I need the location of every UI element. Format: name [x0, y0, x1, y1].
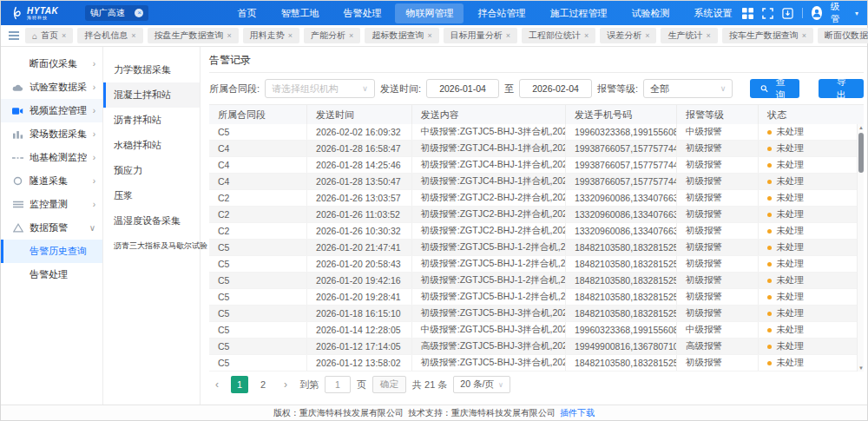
apps-grid-icon[interactable] — [742, 7, 753, 19]
sidebar-item-tunnel-collect[interactable]: 隧道采集 › — [1, 169, 102, 193]
table-row[interactable]: C5 2026-01-18 16:15:10 初级报警:ZGTJC5-BHJ-3… — [209, 306, 864, 322]
submenu-item[interactable]: 预应力 ∨ — [103, 158, 200, 183]
scroll-down-icon[interactable]: ▼ — [858, 365, 865, 372]
table-row[interactable]: C5 2026-01-12 13:58:02 初级报警:ZGTJC5-BHJ-3… — [209, 355, 864, 372]
table-row[interactable]: C5 2026-01-20 20:58:43 初级报警:ZGTJC5-BHJ-1… — [209, 256, 864, 273]
fullscreen-icon[interactable] — [762, 7, 773, 19]
table-row[interactable]: C5 2026-01-20 19:42:16 初级报警:ZGTJC5-BHJ-1… — [209, 273, 864, 289]
table-row[interactable]: C4 2026-01-28 16:58:47 初级报警:ZGTJC4-BHJ-1… — [209, 141, 864, 157]
tab-close-icon[interactable]: × — [645, 31, 649, 40]
tab-close-icon[interactable]: × — [62, 31, 66, 40]
goto-confirm-button[interactable]: 确定 — [372, 376, 406, 393]
table-row[interactable]: C5 2026-01-14 12:28:05 中级报警:ZGTJC5-BHJ-3… — [209, 322, 864, 339]
date-to-input[interactable] — [519, 79, 592, 98]
tab[interactable]: ⌂ 产能分析 × — [304, 28, 360, 43]
tab-close-icon[interactable]: × — [227, 31, 232, 40]
tab-close-icon[interactable]: × — [706, 31, 710, 40]
date-from-input[interactable] — [426, 79, 499, 98]
table-row[interactable]: C5 2026-02-02 16:09:32 中级报警:ZGTJC5-BHJ-3… — [209, 124, 864, 141]
table-row[interactable]: C2 2026-01-26 11:03:52 初级报警:ZGTJC2-BHJ-2… — [209, 207, 864, 223]
page-size-select[interactable]: 20 条/页 ∨ — [453, 376, 510, 393]
table-row[interactable]: C5 2026-01-12 17:14:05 高级报警:ZGTJC5-BHJ-3… — [209, 339, 864, 355]
tab[interactable]: ⌂ 生产统计 × — [661, 28, 717, 43]
cell-level: 中级报警 — [677, 124, 759, 140]
sidebar-item-video-monitor[interactable]: 视频监控管理 › — [1, 99, 102, 122]
sidebar-subitem-alarm-handle[interactable]: 告警处理 — [1, 263, 102, 286]
nav-item[interactable]: 首页 — [227, 3, 266, 23]
clear-icon[interactable]: × — [135, 9, 143, 17]
submenu-item[interactable]: 混凝土拌和站 ∨ — [103, 82, 200, 108]
table-row[interactable]: C2 2026-01-26 10:30:32 初级报警:ZGTJC2-BHJ-2… — [209, 223, 864, 240]
avatar[interactable] — [812, 6, 822, 20]
nav-item[interactable]: 物联网管理 — [395, 3, 464, 23]
tab[interactable]: ⌂ 断面仪数据采集 × — [818, 28, 868, 43]
submenu-item[interactable]: 压浆 ∨ — [103, 183, 200, 208]
submenu-item[interactable]: 水稳拌和站 ∨ — [103, 133, 200, 158]
status-text: 未处理 — [776, 159, 804, 171]
chevron-down-icon[interactable]: ▾ — [855, 10, 858, 17]
tab-label: 目标用量分析 — [450, 30, 503, 42]
tab-label: 按盘生产数据查询 — [155, 30, 224, 42]
page-button[interactable]: 2 — [254, 376, 272, 393]
tab[interactable]: ⌂ 误差分析 × — [600, 28, 656, 43]
sidebar-item-profiler-collect[interactable]: 断面仪采集 › — [1, 52, 102, 76]
submenu-item[interactable]: 沥青三大指标及马歇尔试验 ∨ — [103, 234, 200, 259]
sidebar-item-beamyard-data[interactable]: 梁场数据采集 › — [1, 122, 102, 146]
chevron-down-icon: ∨ — [498, 381, 503, 389]
table-row[interactable]: C5 2026-01-20 21:47:41 初级报警:ZGTJC5-BHJ-1… — [209, 240, 864, 256]
sidebar-item-foundation-monitor[interactable]: 地基检测监控平台 › — [1, 146, 102, 169]
tab-close-icon[interactable]: × — [288, 31, 293, 40]
level-select[interactable]: 全部 ∨ — [643, 79, 733, 98]
query-button[interactable]: 查询 — [750, 79, 799, 98]
tab[interactable]: ⌂ 按盘生产数据查询 × — [148, 28, 239, 43]
sidebar-item-lab-data[interactable]: 试验室数据采集 › — [1, 76, 102, 99]
cell-phones: 13320960086,13340766326 — [566, 223, 677, 239]
sidebar-item-data-warning[interactable]: 数据预警 ∨ — [1, 216, 102, 240]
table-row[interactable]: C5 2026-01-20 19:28:41 初级报警:ZGTJC5-BHJ-1… — [209, 289, 864, 306]
scroll-up-icon[interactable]: ▲ — [858, 124, 865, 131]
contract-select[interactable]: 请选择组织机构 ∨ — [265, 79, 375, 98]
project-select[interactable]: 镇广高速 × — [85, 5, 149, 21]
export-button[interactable]: 导出 — [819, 79, 864, 98]
tab[interactable]: ⌂ 工程部位统计 × — [522, 28, 595, 43]
table-row[interactable]: C2 2026-01-26 13:03:57 初级报警:ZGTJC2-BHJ-2… — [209, 190, 864, 207]
tab-close-icon[interactable]: × — [427, 31, 431, 40]
tab[interactable]: ⌂ 首页 × — [25, 28, 73, 43]
nav-item[interactable]: 拌合站管理 — [467, 3, 536, 23]
submenu-item[interactable]: 力学数据采集 ∨ — [103, 57, 200, 82]
tab-close-icon[interactable]: × — [131, 31, 135, 40]
scrollbar-thumb[interactable] — [858, 133, 864, 173]
tab[interactable]: ⌂ 用料走势 × — [243, 28, 299, 43]
status-dot — [767, 312, 772, 316]
circle-icon — [12, 175, 23, 187]
next-page-button[interactable]: › — [278, 376, 293, 393]
time-label: 发送时间: — [380, 82, 421, 95]
submenu-item[interactable]: 沥青拌和站 ∨ — [103, 108, 200, 133]
table-scrollbar[interactable]: ▲ ▼ — [857, 124, 864, 372]
tab[interactable]: ⌂ 按车生产数据查询 × — [722, 28, 813, 43]
prev-page-button[interactable]: ‹ — [209, 376, 225, 393]
nav-item[interactable]: 智慧工地 — [270, 3, 329, 23]
nav-item[interactable]: 告警处理 — [332, 3, 391, 23]
goto-page-input[interactable] — [325, 376, 351, 393]
nav-item[interactable]: 系统设置 — [683, 3, 742, 23]
nav-item[interactable]: 试验检测 — [621, 3, 680, 23]
submenu-item[interactable]: 温湿度设备采集 ∨ — [103, 208, 200, 234]
plugin-download-link[interactable]: 插件下载 — [560, 407, 595, 419]
download-box-icon[interactable] — [782, 7, 793, 19]
tab-close-icon[interactable]: × — [349, 31, 353, 40]
tab[interactable]: ⌂ 拌合机信息 × — [77, 28, 142, 43]
tab-close-icon[interactable]: × — [506, 31, 510, 40]
menu-list-icon[interactable] — [8, 30, 20, 42]
nav-item[interactable]: 施工过程管理 — [539, 3, 617, 23]
tab[interactable]: ⌂ 超标数据查询 × — [365, 28, 438, 43]
page-button[interactable]: 1 — [231, 376, 248, 393]
tab-close-icon[interactable]: × — [802, 31, 806, 40]
sidebar-item-monitoring-measure[interactable]: 监控量测 › — [1, 193, 102, 216]
table-row[interactable]: C4 2026-01-28 14:25:46 初级报警:ZGTJC4-BHJ-1… — [209, 157, 864, 174]
tab-close-icon[interactable]: × — [584, 31, 589, 40]
tab[interactable]: ⌂ 目标用量分析 × — [444, 28, 517, 43]
cell-content: 初级报警:ZGTJC2-BHJ-2拌合机,202... — [412, 190, 566, 206]
table-row[interactable]: C4 2026-01-28 13:50:47 初级报警:ZGTJC4-BHJ-1… — [209, 174, 864, 190]
sidebar-subitem-alarm-history[interactable]: 告警历史查询 — [1, 240, 102, 263]
